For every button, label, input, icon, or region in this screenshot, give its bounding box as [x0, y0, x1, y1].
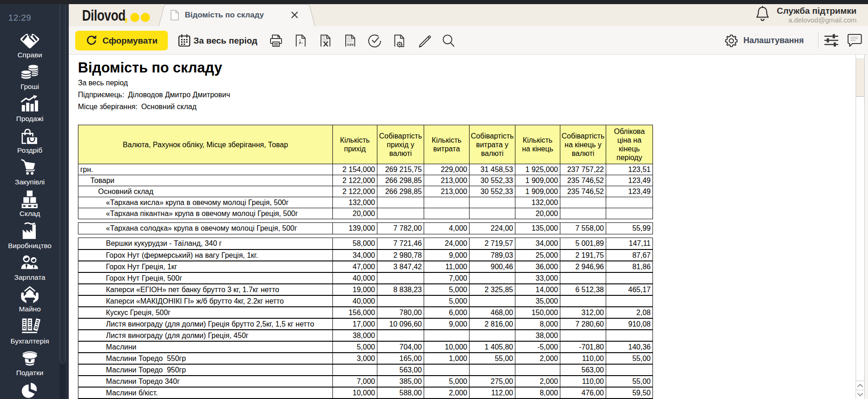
- sidebar-item-справи[interactable]: Справи: [0, 30, 60, 62]
- table-row[interactable]: Маслини б/кіст.10,000588,002,000112,008,…: [78, 387, 653, 399]
- row-value: 132,000: [515, 197, 560, 208]
- table-row[interactable]: Горох Нут Греція, 500г40,0007,00033,000: [78, 272, 653, 284]
- table-row[interactable]: Вершки кукурудзи - Таїланд, 340 г58,0007…: [78, 238, 653, 249]
- print-button[interactable]: [267, 32, 285, 50]
- check-button[interactable]: [366, 32, 383, 50]
- row-value: [560, 330, 606, 341]
- row-value: 2 719,57: [469, 238, 515, 249]
- table-row[interactable]: Товари2 122,000266 298,85213,00030 552,3…: [78, 175, 653, 186]
- row-value: [560, 197, 606, 208]
- sidebar-item-pie-chart[interactable]: [0, 380, 60, 399]
- row-value: [469, 197, 515, 208]
- table-row[interactable]: Кускус Греція, 500г156,000780,006,000468…: [78, 307, 653, 318]
- table-row[interactable]: Горох Нут Греція, 1кг47,0003 847,4211,00…: [78, 261, 653, 272]
- sidebar-item-закупівлі[interactable]: Закупівлі: [0, 157, 60, 189]
- row-value: 465,17: [606, 284, 652, 295]
- generate-button[interactable]: Сформувати: [75, 31, 168, 50]
- row-name: «Тархана кисла» крупа в овечому молоці Г…: [78, 197, 332, 208]
- scroll-up-button[interactable]: [856, 381, 864, 390]
- table-row[interactable]: «Тархана кисла» крупа в овечому молоці Г…: [78, 197, 653, 208]
- sliders-button[interactable]: [823, 32, 840, 49]
- export-xlsx-button[interactable]: [317, 32, 334, 50]
- report-field-storage: Місце зберігання:Основний склад: [78, 103, 653, 111]
- sidebar-item-label: Склад: [20, 210, 40, 218]
- row-value: 24,000: [424, 238, 469, 249]
- tab-warehouse-report[interactable]: Відомість по складу: [159, 4, 315, 26]
- row-value: 235 746,52: [560, 175, 606, 186]
- report-period: За весь період: [78, 79, 653, 87]
- row-value: 9,000: [424, 250, 469, 260]
- logo-dot-icon: [141, 13, 150, 22]
- row-name: Кускус Греція, 500г: [78, 307, 332, 318]
- row-value: 30 552,33: [469, 175, 515, 186]
- row-value: [606, 208, 652, 219]
- row-value: [469, 208, 515, 219]
- table-row[interactable]: Маслини Торедо 340г7,000385,005,000275,0…: [78, 376, 653, 387]
- table-row[interactable]: Маслини Торедо 550гр3,000165,001,00055,0…: [78, 353, 653, 364]
- row-value: 275,00: [469, 376, 515, 387]
- scrollbar-top-cap[interactable]: [856, 55, 864, 59]
- sidebar-item-label: Бухгалтерія: [11, 337, 49, 345]
- content-scrollbar[interactable]: [856, 55, 865, 399]
- export-pdf-button[interactable]: [292, 32, 310, 50]
- row-value: 910,08: [606, 319, 652, 329]
- sidebar-item-продажі[interactable]: Продажі: [0, 94, 60, 126]
- row-value: 5,000: [424, 284, 469, 295]
- toolbar-divider: [818, 32, 818, 49]
- settings-button[interactable]: Налаштування: [719, 31, 804, 50]
- window-top-strip: [0, 0, 868, 4]
- row-value: [377, 330, 424, 341]
- export-csv-button[interactable]: csv: [342, 32, 359, 50]
- gear-icon: [724, 33, 739, 48]
- table-row[interactable]: грн.2 154,000269 215,75229,00031 458,531…: [78, 164, 653, 175]
- table-row[interactable]: Листя винограду (для долми) Греція брутт…: [78, 318, 653, 330]
- sidebar-item-гроші[interactable]: Гроші: [0, 62, 60, 94]
- sidebar-item-бухгалтерія[interactable]: Бухгалтерія: [0, 316, 60, 348]
- tab-close-icon[interactable]: [289, 10, 299, 20]
- table-row[interactable]: Каперси «МАКІДОНІКІ ГІ» ж/б брутто 4кг, …: [78, 295, 653, 307]
- row-name: «Тархана пікантна» крупа в овечому молоц…: [78, 208, 332, 219]
- scroll-down-button[interactable]: [856, 390, 864, 399]
- row-value: 110,00: [560, 376, 606, 387]
- sidebar-item-податки[interactable]: Податки: [0, 348, 60, 380]
- table-row[interactable]: Основний склад2 122,000266 298,85213,000…: [78, 186, 653, 197]
- sidebar-item-майно[interactable]: Майно: [0, 284, 60, 316]
- table-row[interactable]: «Тархана солодка» крупа в овечому молоці…: [78, 222, 653, 234]
- row-value: 3 847,42: [377, 261, 424, 272]
- period-selector[interactable]: За весь період: [175, 31, 257, 50]
- row-value: -701,80: [560, 342, 606, 352]
- row-value: 40,000: [332, 296, 377, 306]
- edit-button[interactable]: [415, 32, 433, 50]
- sidebar-scrollbar-thumb[interactable]: [60, 4, 66, 364]
- logo-text: Dilovod: [82, 6, 126, 24]
- row-value: 2,000: [424, 388, 469, 398]
- row-value: 47,000: [332, 261, 377, 272]
- search-button[interactable]: [440, 32, 457, 50]
- dilovod-logo[interactable]: Dilovod,: [82, 6, 150, 24]
- table-row[interactable]: Каперси «ЕГІОН» пет банку брутто 3 кг, 1…: [78, 284, 653, 295]
- report-settings-button[interactable]: [391, 32, 408, 50]
- table-row[interactable]: Листя винограду (для долми) Греція, 450г…: [78, 330, 653, 341]
- table-row[interactable]: Маслини5,000704,0010,0001 405,80-5,000-7…: [78, 341, 653, 353]
- row-value: [560, 273, 606, 283]
- row-name: Маслини б/кіст.: [78, 388, 332, 398]
- support-area[interactable]: Служба підтримки a.delovod@gmail.com: [755, 6, 857, 24]
- report-table: Валюта, Рахунок обліку, Місце зберігання…: [78, 125, 653, 399]
- sidebar-item-зарплата[interactable]: Зарплата: [0, 253, 60, 284]
- table-row[interactable]: Маслини Торедо 950гр563,00563,00: [78, 364, 653, 376]
- row-value: 7 280,60: [560, 319, 606, 329]
- table-row[interactable]: «Тархана пікантна» крупа в овечому молоц…: [78, 208, 653, 219]
- bell-icon[interactable]: [755, 6, 770, 24]
- scrollbar-thumb[interactable]: [856, 60, 864, 97]
- column-header: Собівартість на кінець у валюті: [560, 125, 606, 164]
- chat-button[interactable]: [846, 32, 863, 49]
- sidebar-item-label: Справи: [17, 51, 42, 59]
- table-row[interactable]: Горох Нут (фермерський) на вагу Греція, …: [78, 249, 653, 261]
- column-header: Валюта, Рахунок обліку, Місце зберігання…: [78, 125, 332, 164]
- row-value: 563,00: [377, 365, 424, 375]
- row-value: 1 925,000: [515, 164, 560, 175]
- column-header: Собівартість витрата у валюті: [469, 125, 515, 164]
- sidebar-item-роздріб[interactable]: Роздріб: [0, 126, 60, 157]
- sidebar-item-виробництво[interactable]: Виробництво: [0, 221, 60, 253]
- sidebar-item-склад[interactable]: Склад: [0, 189, 60, 221]
